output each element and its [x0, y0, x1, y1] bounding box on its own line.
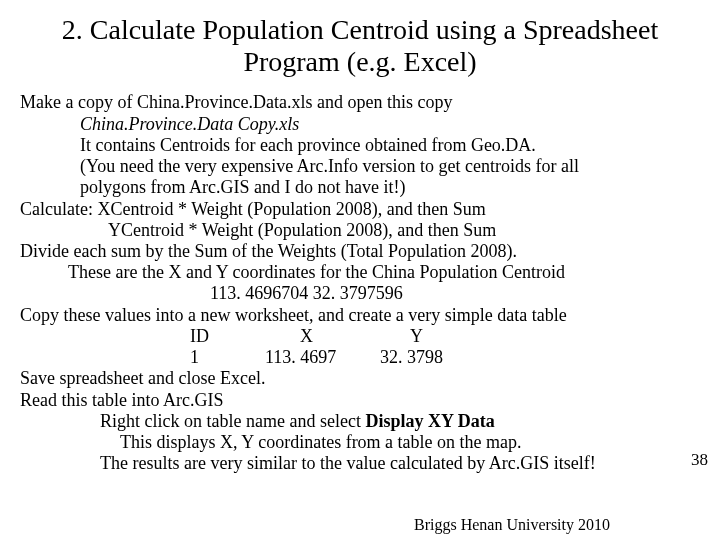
text-line: These are the X and Y coordinates for th…	[68, 262, 700, 283]
text-line: China.Province.Data Copy.xls	[80, 114, 700, 135]
text-line: Calculate: XCentroid * Weight (Populatio…	[20, 199, 700, 220]
text-line: Divide each sum by the Sum of the Weight…	[20, 241, 700, 262]
col-id: ID	[190, 326, 300, 347]
centroid-coords: 113. 4696704 32. 3797596	[210, 283, 700, 304]
mini-table-header: IDXY	[190, 326, 700, 347]
text-line: Save spreadsheet and close Excel.	[20, 368, 700, 389]
cell-x: 113. 4697	[265, 347, 380, 368]
text-line: YCentroid * Weight (Population 2008), an…	[108, 220, 700, 241]
col-y: Y	[410, 326, 423, 346]
cell-y: 32. 3798	[380, 347, 443, 367]
footer-text: Briggs Henan University 2010	[414, 516, 610, 534]
text-line: polygons from Arc.GIS and I do not have …	[80, 177, 700, 198]
text-line: This displays X, Y coordinates from a ta…	[120, 432, 700, 453]
text-line: The results are very similar to the valu…	[100, 453, 700, 474]
slide-title: 2. Calculate Population Centroid using a…	[60, 14, 660, 78]
cell-id: 1	[190, 347, 265, 368]
text-line: Read this table into Arc.GIS	[20, 390, 700, 411]
text-line: Make a copy of China.Province.Data.xls a…	[20, 92, 700, 113]
col-x: X	[300, 326, 410, 347]
text-line: It contains Centroids for each province …	[80, 135, 700, 156]
mini-table-row: 1113. 469732. 3798	[190, 347, 700, 368]
slide-body: Make a copy of China.Province.Data.xls a…	[20, 92, 700, 474]
text-line: (You need the very expensive Arc.Info ve…	[80, 156, 700, 177]
page-number: 38	[691, 450, 708, 470]
command-name: Display XY Data	[365, 411, 494, 431]
text-span: Right click on table name and select	[100, 411, 365, 431]
text-line: Copy these values into a new worksheet, …	[20, 305, 700, 326]
text-line: Right click on table name and select Dis…	[100, 411, 700, 432]
slide: 2. Calculate Population Centroid using a…	[0, 0, 720, 540]
